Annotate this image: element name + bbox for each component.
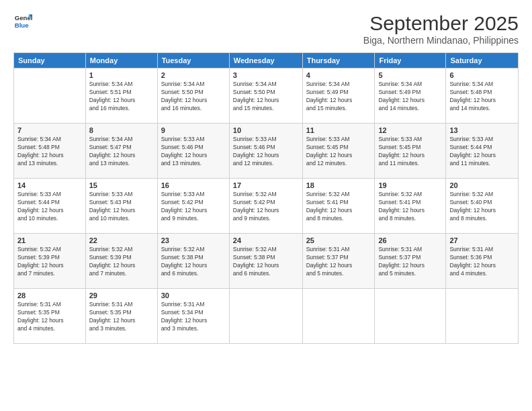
calendar-cell: 5Sunrise: 5:34 AM Sunset: 5:49 PM Daylig… — [375, 68, 446, 124]
day-info: Sunrise: 5:34 AM Sunset: 5:50 PM Dayligh… — [161, 81, 226, 113]
calendar-cell: 8Sunrise: 5:34 AM Sunset: 5:47 PM Daylig… — [85, 124, 157, 179]
day-info: Sunrise: 5:31 AM Sunset: 5:37 PM Dayligh… — [306, 246, 371, 278]
calendar-cell — [375, 289, 446, 344]
page-header: General Blue September 2025 Biga, Northe… — [13, 12, 519, 46]
day-info: Sunrise: 5:32 AM Sunset: 5:38 PM Dayligh… — [161, 246, 226, 278]
calendar-cell: 21Sunrise: 5:32 AM Sunset: 5:39 PM Dayli… — [14, 234, 86, 289]
day-number: 1 — [89, 71, 154, 79]
calendar-cell: 28Sunrise: 5:31 AM Sunset: 5:35 PM Dayli… — [14, 289, 86, 344]
day-header-sunday: Sunday — [14, 53, 86, 68]
calendar-cell: 13Sunrise: 5:33 AM Sunset: 5:44 PM Dayli… — [446, 124, 519, 179]
day-info: Sunrise: 5:34 AM Sunset: 5:49 PM Dayligh… — [378, 81, 442, 113]
day-number: 17 — [233, 181, 299, 189]
logo-icon: General Blue — [13, 12, 32, 31]
day-info: Sunrise: 5:32 AM Sunset: 5:40 PM Dayligh… — [449, 191, 515, 223]
day-number: 20 — [449, 181, 515, 189]
day-number: 16 — [161, 181, 226, 189]
calendar-cell: 22Sunrise: 5:32 AM Sunset: 5:39 PM Dayli… — [85, 234, 157, 289]
calendar-cell: 11Sunrise: 5:33 AM Sunset: 5:45 PM Dayli… — [302, 124, 375, 179]
calendar-cell: 10Sunrise: 5:33 AM Sunset: 5:46 PM Dayli… — [229, 124, 302, 179]
calendar-cell: 3Sunrise: 5:34 AM Sunset: 5:50 PM Daylig… — [229, 68, 302, 124]
location-subtitle: Biga, Northern Mindanao, Philippines — [363, 35, 519, 46]
day-info: Sunrise: 5:31 AM Sunset: 5:35 PM Dayligh… — [17, 301, 82, 333]
day-number: 10 — [233, 126, 299, 134]
day-header-wednesday: Wednesday — [229, 53, 302, 68]
day-number: 7 — [17, 126, 82, 134]
day-info: Sunrise: 5:31 AM Sunset: 5:35 PM Dayligh… — [89, 301, 154, 333]
calendar-cell: 7Sunrise: 5:34 AM Sunset: 5:48 PM Daylig… — [14, 124, 86, 179]
day-header-thursday: Thursday — [302, 53, 375, 68]
day-number: 21 — [17, 236, 82, 244]
calendar-cell: 15Sunrise: 5:33 AM Sunset: 5:43 PM Dayli… — [85, 179, 157, 234]
calendar-cell — [14, 68, 86, 124]
calendar-week-2: 7Sunrise: 5:34 AM Sunset: 5:48 PM Daylig… — [14, 124, 519, 179]
calendar-cell: 9Sunrise: 5:33 AM Sunset: 5:46 PM Daylig… — [157, 124, 229, 179]
day-number: 4 — [306, 71, 371, 79]
calendar-cell: 25Sunrise: 5:31 AM Sunset: 5:37 PM Dayli… — [302, 234, 375, 289]
day-info: Sunrise: 5:31 AM Sunset: 5:34 PM Dayligh… — [161, 301, 226, 333]
calendar-cell — [446, 289, 519, 344]
day-number: 2 — [161, 71, 226, 79]
day-number: 14 — [17, 181, 82, 189]
day-number: 23 — [161, 236, 226, 244]
day-number: 25 — [306, 236, 371, 244]
day-info: Sunrise: 5:31 AM Sunset: 5:37 PM Dayligh… — [378, 246, 442, 278]
calendar-cell: 6Sunrise: 5:34 AM Sunset: 5:48 PM Daylig… — [446, 68, 519, 124]
day-info: Sunrise: 5:33 AM Sunset: 5:44 PM Dayligh… — [17, 191, 82, 223]
day-number: 3 — [233, 71, 299, 79]
day-number: 28 — [17, 291, 82, 300]
day-header-friday: Friday — [375, 53, 446, 68]
calendar-week-4: 21Sunrise: 5:32 AM Sunset: 5:39 PM Dayli… — [14, 234, 519, 289]
day-number: 27 — [449, 236, 515, 244]
calendar-cell: 29Sunrise: 5:31 AM Sunset: 5:35 PM Dayli… — [85, 289, 157, 344]
day-info: Sunrise: 5:34 AM Sunset: 5:49 PM Dayligh… — [306, 81, 371, 113]
day-number: 6 — [449, 71, 515, 79]
day-info: Sunrise: 5:33 AM Sunset: 5:46 PM Dayligh… — [233, 136, 299, 168]
calendar-week-3: 14Sunrise: 5:33 AM Sunset: 5:44 PM Dayli… — [14, 179, 519, 234]
day-info: Sunrise: 5:33 AM Sunset: 5:45 PM Dayligh… — [378, 136, 442, 168]
calendar-cell: 19Sunrise: 5:32 AM Sunset: 5:41 PM Dayli… — [375, 179, 446, 234]
day-info: Sunrise: 5:34 AM Sunset: 5:50 PM Dayligh… — [233, 81, 299, 113]
title-block: September 2025 Biga, Northern Mindanao, … — [363, 12, 519, 46]
calendar-header-row: SundayMondayTuesdayWednesdayThursdayFrid… — [14, 53, 519, 68]
calendar-cell: 23Sunrise: 5:32 AM Sunset: 5:38 PM Dayli… — [157, 234, 229, 289]
day-number: 8 — [89, 126, 154, 134]
day-info: Sunrise: 5:33 AM Sunset: 5:44 PM Dayligh… — [449, 136, 515, 168]
day-info: Sunrise: 5:33 AM Sunset: 5:45 PM Dayligh… — [306, 136, 371, 168]
day-header-monday: Monday — [85, 53, 157, 68]
day-info: Sunrise: 5:32 AM Sunset: 5:41 PM Dayligh… — [306, 191, 371, 223]
day-number: 18 — [306, 181, 371, 189]
day-number: 19 — [378, 181, 442, 189]
day-header-tuesday: Tuesday — [157, 53, 229, 68]
day-info: Sunrise: 5:32 AM Sunset: 5:41 PM Dayligh… — [378, 191, 442, 223]
svg-text:Blue: Blue — [15, 21, 29, 29]
calendar-cell: 17Sunrise: 5:32 AM Sunset: 5:42 PM Dayli… — [229, 179, 302, 234]
calendar-cell — [302, 289, 375, 344]
calendar-cell: 18Sunrise: 5:32 AM Sunset: 5:41 PM Dayli… — [302, 179, 375, 234]
day-info: Sunrise: 5:34 AM Sunset: 5:47 PM Dayligh… — [89, 136, 154, 168]
day-number: 24 — [233, 236, 299, 244]
day-number: 12 — [378, 126, 442, 134]
day-info: Sunrise: 5:32 AM Sunset: 5:39 PM Dayligh… — [17, 246, 82, 278]
day-info: Sunrise: 5:32 AM Sunset: 5:39 PM Dayligh… — [89, 246, 154, 278]
calendar-cell: 27Sunrise: 5:31 AM Sunset: 5:36 PM Dayli… — [446, 234, 519, 289]
calendar-cell: 1Sunrise: 5:34 AM Sunset: 5:51 PM Daylig… — [85, 68, 157, 124]
calendar-cell: 24Sunrise: 5:32 AM Sunset: 5:38 PM Dayli… — [229, 234, 302, 289]
day-info: Sunrise: 5:34 AM Sunset: 5:48 PM Dayligh… — [17, 136, 82, 168]
day-number: 26 — [378, 236, 442, 244]
calendar-cell: 26Sunrise: 5:31 AM Sunset: 5:37 PM Dayli… — [375, 234, 446, 289]
calendar-cell: 12Sunrise: 5:33 AM Sunset: 5:45 PM Dayli… — [375, 124, 446, 179]
calendar-cell: 14Sunrise: 5:33 AM Sunset: 5:44 PM Dayli… — [14, 179, 86, 234]
day-header-saturday: Saturday — [446, 53, 519, 68]
day-info: Sunrise: 5:33 AM Sunset: 5:43 PM Dayligh… — [89, 191, 154, 223]
day-number: 15 — [89, 181, 154, 189]
day-info: Sunrise: 5:32 AM Sunset: 5:38 PM Dayligh… — [233, 246, 299, 278]
calendar-cell: 2Sunrise: 5:34 AM Sunset: 5:50 PM Daylig… — [157, 68, 229, 124]
calendar-cell: 30Sunrise: 5:31 AM Sunset: 5:34 PM Dayli… — [157, 289, 229, 344]
day-number: 5 — [378, 71, 442, 79]
day-info: Sunrise: 5:34 AM Sunset: 5:51 PM Dayligh… — [89, 81, 154, 113]
day-number: 11 — [306, 126, 371, 134]
day-info: Sunrise: 5:33 AM Sunset: 5:42 PM Dayligh… — [161, 191, 226, 223]
day-info: Sunrise: 5:31 AM Sunset: 5:36 PM Dayligh… — [449, 246, 515, 278]
calendar-cell — [229, 289, 302, 344]
